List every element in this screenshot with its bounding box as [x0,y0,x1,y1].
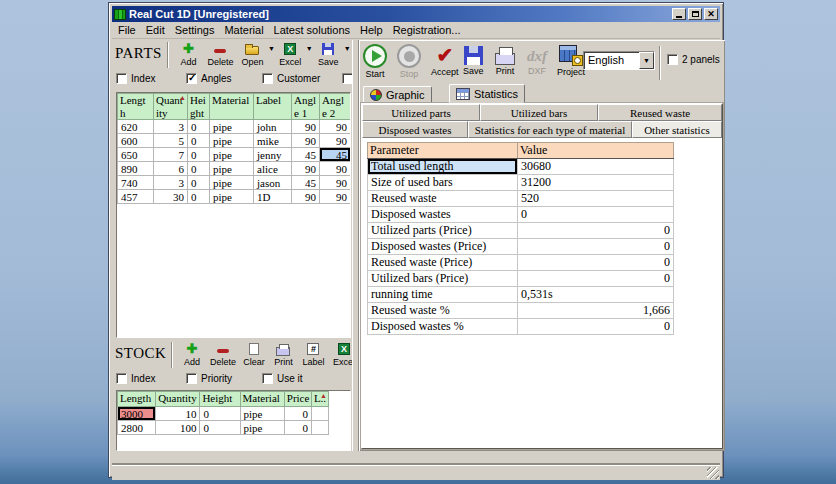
table-cell[interactable]: Reused waste (Price) [368,255,518,271]
table-cell[interactable]: 3 [154,176,188,190]
solution-print-button[interactable]: Print [495,44,515,76]
table-cell[interactable]: 890 [118,162,154,176]
stock-delete-button[interactable]: Delete [207,341,238,367]
chevron-down-icon[interactable]: ▼ [268,45,275,52]
table-cell[interactable]: 740 [118,176,154,190]
chevron-down-icon[interactable]: ▼ [306,45,313,52]
column-header[interactable]: Quantity▲ [154,94,188,120]
table-cell[interactable]: 600 [118,134,154,148]
table-cell[interactable]: 0 [188,120,210,134]
table-cell[interactable]: 90 [292,134,320,148]
close-button[interactable]: ✕ [704,8,718,20]
table-cell[interactable]: 0 [518,239,674,255]
tab-other-statistics[interactable]: Other statistics [632,121,722,138]
title-bar[interactable]: Real Cut 1D [Unregistered] ✕ [112,6,720,22]
table-cell[interactable]: 5 [154,134,188,148]
tab-utilized-bars[interactable]: Utilized bars [480,104,598,121]
accept-button[interactable]: ✔ Accept [431,44,459,77]
menu-file[interactable]: File [113,23,141,37]
table-cell[interactable]: 1,666 [518,303,674,319]
table-cell[interactable]: 7 [154,148,188,162]
column-header[interactable]: L..▲ [311,392,328,407]
parts-open-button[interactable]: Open [237,41,268,67]
column-header[interactable]: Quantity [156,392,200,407]
table-cell[interactable]: Disposed wastes (Price) [368,239,518,255]
table-cell[interactable]: 6 [154,162,188,176]
table-cell[interactable]: Total used length [368,159,518,175]
pane-splitter[interactable] [352,40,359,451]
table-cell[interactable]: 0 [284,421,311,435]
parts-delete-button[interactable]: Delete [205,41,236,67]
table-cell[interactable]: 620 [118,120,154,134]
table-cell[interactable]: pipe [210,134,254,148]
tab-graphic[interactable]: Graphic [363,86,432,103]
table-cell[interactable]: 0 [518,271,674,287]
table-cell[interactable]: Utilized bars (Price) [368,271,518,287]
table-cell[interactable]: 520 [518,191,674,207]
table-cell[interactable]: 0 [188,176,210,190]
table-cell[interactable]: 90 [320,162,351,176]
table-cell[interactable]: pipe [210,148,254,162]
table-cell[interactable]: pipe [210,162,254,176]
table-cell[interactable]: 30680 [518,159,674,175]
column-header[interactable]: Length [118,94,154,120]
table-cell[interactable] [311,407,328,421]
table-cell[interactable]: 100 [156,421,200,435]
column-header[interactable]: Height [200,392,240,407]
stock-label-button[interactable]: # Label [298,341,328,367]
table-cell[interactable]: 0 [518,319,674,335]
column-header[interactable]: Parameter [368,143,518,159]
language-select[interactable]: English ▼ [583,51,655,70]
table-cell[interactable]: 90 [320,134,351,148]
table-cell[interactable]: 45 [292,148,320,162]
table-cell[interactable]: john [254,120,292,134]
use-it-checkbox[interactable]: Use it [262,373,303,384]
tab-disposed-wastes[interactable]: Disposed wastes [362,121,468,138]
column-header[interactable]: Value [518,143,674,159]
column-header[interactable]: Material [240,392,284,407]
table-cell[interactable]: 30 [154,190,188,204]
table-cell[interactable]: Disposed wastes [368,207,518,223]
table-cell[interactable]: 0,531s [518,287,674,303]
table-cell[interactable]: Disposed wastes % [368,319,518,335]
project-button[interactable]: Project [557,44,585,77]
table-cell[interactable]: 90 [292,120,320,134]
table-cell[interactable]: 1D [254,190,292,204]
table-cell[interactable]: pipe [210,176,254,190]
parts-add-button[interactable]: ✚ Add [173,41,204,67]
column-header[interactable]: Material [210,94,254,120]
table-cell[interactable]: 45 [320,148,351,162]
table-cell[interactable]: 0 [188,134,210,148]
table-cell[interactable]: 2800 [118,421,156,435]
table-cell[interactable]: pipe [210,190,254,204]
table-cell[interactable]: 0 [284,407,311,421]
table-cell[interactable]: 31200 [518,175,674,191]
column-header[interactable]: Length [118,392,156,407]
start-button[interactable]: Start [363,44,387,79]
table-cell[interactable]: pipe [240,421,284,435]
menu-help[interactable]: Help [355,23,388,37]
table-cell[interactable]: 0 [518,223,674,239]
table-cell[interactable]: jenny [254,148,292,162]
chevron-down-icon[interactable]: ▼ [344,45,351,52]
table-cell[interactable]: 0 [200,407,240,421]
stock-print-button[interactable]: Print [269,341,297,367]
table-cell[interactable]: jason [254,176,292,190]
table-cell[interactable]: Reused waste % [368,303,518,319]
table-cell[interactable]: 0 [518,207,674,223]
table-cell[interactable]: 90 [320,120,351,134]
tab-statistics-each-material[interactable]: Statistics for each type of material [468,121,632,138]
table-cell[interactable]: 45 [292,176,320,190]
table-cell[interactable]: Reused waste [368,191,518,207]
parts-excel-button[interactable]: X Excel [275,41,306,67]
stock-add-button[interactable]: ✚ Add [177,341,206,367]
angles-checkbox[interactable]: Angles [186,73,232,84]
minimize-button[interactable] [672,8,686,20]
menu-latest-solutions[interactable]: Latest solutions [269,23,355,37]
table-cell[interactable]: Size of used bars [368,175,518,191]
table-cell[interactable]: 90 [320,190,351,204]
customer-checkbox[interactable]: Customer [262,73,320,84]
table-cell[interactable]: 90 [292,162,320,176]
menu-settings[interactable]: Settings [170,23,220,37]
table-cell[interactable]: running time [368,287,518,303]
